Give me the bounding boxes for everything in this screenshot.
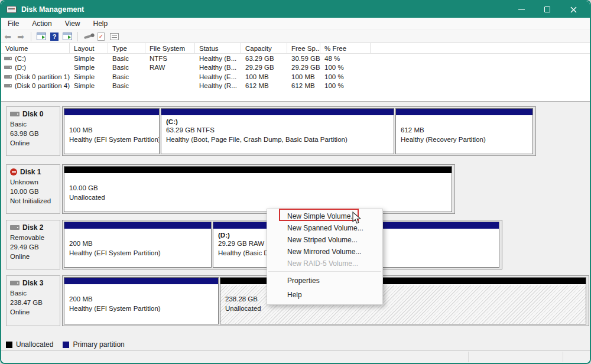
disk-size: 238.47 GB — [10, 298, 60, 307]
partition-status: Healthy (Boot, Page File, Crash Dump, Ba… — [166, 135, 394, 144]
titlebar: Disk Management — [1, 1, 590, 18]
disk1-label[interactable]: Disk 1 Unknown 10.00 GB Not Initialized — [6, 164, 60, 214]
menu-item-new-raid5-volume: New RAID-5 Volume... — [267, 258, 382, 269]
table-row[interactable]: (Disk 0 partition 4) Simple Basic Health… — [1, 82, 590, 91]
maximize-button[interactable] — [534, 1, 560, 18]
back-icon: ⬅ — [4, 32, 11, 41]
partition-status: Healthy (EFI System Partition) — [69, 304, 218, 313]
volume-name: (Disk 0 partition 4) — [15, 82, 70, 89]
column-header-blank — [371, 43, 590, 53]
action-pane-button[interactable] — [61, 31, 74, 43]
primary-partition-bar — [64, 109, 159, 116]
partition-block[interactable]: 200 MB Healthy (EFI System Partition) — [64, 277, 219, 324]
volume-list: Volume Layout Type File System Status Ca… — [1, 43, 590, 102]
partition-size: 200 MB — [69, 239, 211, 248]
unallocated-swatch — [6, 342, 12, 348]
menu-separator — [268, 271, 381, 272]
cell: 29.29 GB — [241, 64, 287, 71]
console-tree-button[interactable] — [35, 31, 48, 43]
partition-size: 200 MB — [69, 294, 218, 304]
column-header[interactable]: Status — [195, 43, 241, 53]
maximize-icon — [544, 6, 550, 12]
partition-block[interactable]: 10.00 GB Unallocated — [64, 166, 452, 212]
disk-icon — [10, 112, 20, 116]
cell: RAW — [145, 64, 195, 71]
table-row[interactable]: (C:) Simple Basic NTFS Healthy (B... 63.… — [1, 54, 590, 63]
partition-block[interactable]: 100 MB Healthy (EFI System Partition) — [64, 108, 160, 154]
column-header[interactable]: Capacity — [241, 43, 287, 53]
partition-letter: (C:) — [166, 118, 394, 125]
partition-size: 63.29 GB NTFS — [166, 125, 394, 135]
menu-item-properties[interactable]: Properties — [267, 274, 382, 288]
partition-status: Unallocated — [225, 304, 586, 313]
close-icon — [570, 6, 577, 13]
properties-button[interactable] — [108, 31, 121, 43]
menu-item-new-striped-volume[interactable]: New Striped Volume... — [267, 234, 382, 246]
disk-status: Not Initialized — [10, 196, 60, 206]
column-header[interactable]: File System — [145, 43, 195, 53]
disk-name: Disk 0 — [22, 110, 43, 118]
help-button[interactable]: ? — [48, 31, 61, 43]
cell: 100 MB — [241, 73, 287, 80]
cell: Healthy (B... — [195, 55, 241, 62]
partition-block[interactable]: 612 MB Healthy (Recovery Partition) — [395, 108, 533, 154]
disk-icon — [10, 281, 20, 285]
forward-button[interactable]: ➡ — [14, 31, 27, 43]
primary-partition-swatch — [63, 342, 69, 348]
cell: Simple — [70, 64, 108, 71]
disk3-label[interactable]: Disk 3 Basic 238.47 GB Online — [6, 275, 60, 326]
forward-icon: ➡ — [17, 32, 24, 41]
partition-status: Healthy (Recovery Partition) — [401, 135, 532, 144]
menu-item-new-simple-volume[interactable]: New Simple Volume... — [267, 210, 382, 222]
menu-help[interactable]: Help — [87, 20, 115, 28]
rescan-button[interactable] — [82, 31, 95, 43]
disk-name: Disk 1 — [20, 168, 41, 176]
menu-bar: File Action View Help — [1, 18, 590, 30]
column-header[interactable]: % Free — [320, 43, 371, 53]
column-header[interactable]: Volume — [1, 43, 70, 53]
column-header[interactable]: Free Sp... — [287, 43, 320, 53]
minimize-button[interactable] — [508, 1, 534, 18]
column-header[interactable]: Layout — [70, 43, 108, 53]
primary-partition-bar — [161, 109, 394, 116]
volume-icon — [4, 66, 12, 69]
volume-icon — [4, 75, 12, 79]
cell: 612 MB — [241, 82, 287, 89]
disk0-label[interactable]: Disk 0 Basic 63.98 GB Online — [6, 106, 60, 156]
table-row[interactable]: (D:) Simple Basic RAW Healthy (B... 29.2… — [1, 63, 590, 73]
menu-item-new-spanned-volume[interactable]: New Spanned Volume... — [267, 222, 382, 234]
menu-action[interactable]: Action — [25, 20, 58, 28]
disk-type: Removable — [10, 233, 60, 242]
menu-item-new-mirrored-volume[interactable]: New Mirrored Volume... — [267, 246, 382, 258]
menu-item-help[interactable]: Help — [267, 288, 382, 302]
disk-type: Unknown — [10, 177, 60, 187]
back-button[interactable]: ⬅ — [1, 31, 14, 43]
partition-block[interactable]: (C:) 63.29 GB NTFS Healthy (Boot, Page F… — [161, 108, 394, 154]
disk-status: Online — [10, 252, 60, 261]
table-row[interactable]: (Disk 0 partition 1) Simple Basic Health… — [1, 72, 590, 82]
primary-partition-bar — [64, 278, 218, 285]
volume-list-header: Volume Layout Type File System Status Ca… — [1, 43, 590, 54]
volume-name: (Disk 0 partition 1) — [15, 73, 70, 80]
partition-block[interactable]: 200 MB Healthy (EFI System Partition) — [64, 222, 212, 268]
partition-size: 100 MB — [69, 125, 159, 135]
disk-name: Disk 3 — [22, 279, 43, 287]
volume-icon — [4, 57, 12, 60]
menu-file[interactable]: File — [1, 20, 25, 28]
context-menu: New Simple Volume... New Spanned Volume.… — [267, 209, 383, 305]
check-disk-button[interactable]: ✓ — [95, 31, 108, 43]
disk2-label[interactable]: Disk 2 Removable 29.49 GB Online — [6, 220, 60, 269]
disk-error-icon — [10, 168, 17, 176]
partition-status: Healthy (EFI System Partition) — [69, 135, 159, 144]
close-button[interactable] — [560, 1, 586, 18]
disk-size: 29.49 GB — [10, 242, 60, 252]
toolbar-separator — [77, 32, 78, 41]
disk-type: Basic — [10, 288, 60, 298]
footer-divider — [563, 352, 563, 362]
menu-view[interactable]: View — [59, 20, 87, 28]
unallocated-bar — [64, 167, 452, 174]
cell: Basic — [108, 73, 145, 80]
legend-label: Unallocated — [16, 340, 53, 349]
column-header[interactable]: Type — [108, 43, 145, 53]
cell: Simple — [70, 73, 108, 80]
